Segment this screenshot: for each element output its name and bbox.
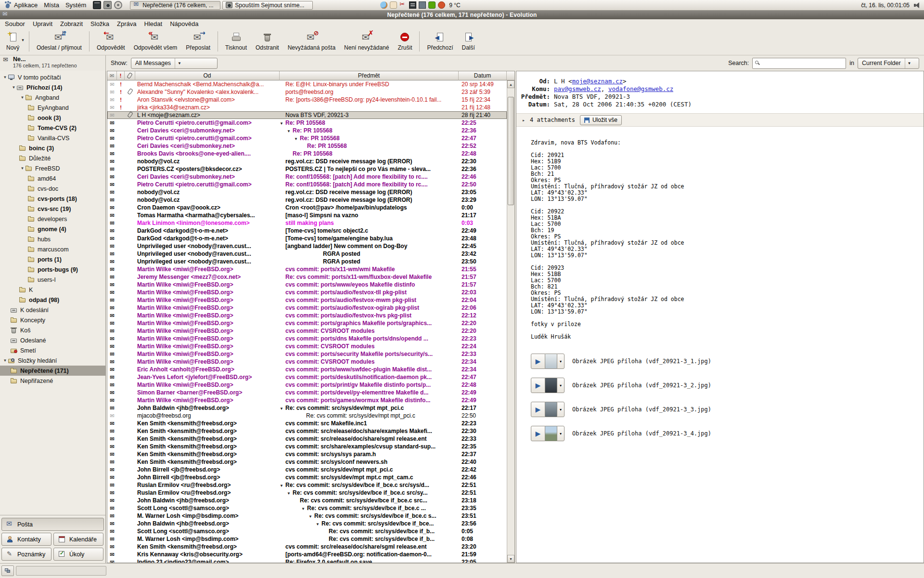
message-row[interactable]: ! M. Warner Losh <imp@bsdimp.com> ▼Re: c…	[107, 512, 507, 520]
thread-expander-icon[interactable]: ▼	[280, 407, 285, 411]
menu-item[interactable]: Zpráva	[113, 20, 140, 28]
message-row[interactable]: ! nobody@vol.cz ▼reg.vol.cz: DSD receive…	[107, 196, 507, 204]
switcher-tasks-button[interactable]: Úkoly	[53, 548, 103, 561]
email-link[interactable]: vodafone@gsmweb.cz	[608, 85, 673, 92]
message-row[interactable]: ! Martin Wilke <miwi@FreeBSD.org> ▼cvs c…	[107, 304, 507, 312]
green-status-icon[interactable]	[428, 1, 436, 9]
folder-item[interactable]: ▼ users-l	[0, 275, 105, 285]
display-icon[interactable]	[419, 1, 426, 9]
message-row[interactable]: ! Ken Smith <kensmith@freebsd.org> ▼cvs …	[107, 427, 507, 435]
message-row[interactable]: ! mjacob@freebsd.org ▼Re: cvs commit: sr…	[107, 412, 507, 420]
open-attachment-button[interactable]	[531, 378, 545, 393]
message-row[interactable]: ! Cron Daemon <pav@oook.cz> ▼Cron <root@…	[107, 204, 507, 211]
message-row[interactable]: ! Ken Smith <kensmith@freebsd.org> ▼cvs …	[107, 420, 507, 427]
attachment-thumbnail[interactable]	[545, 402, 557, 417]
attachment-menu-button[interactable]: ▾	[557, 402, 565, 417]
delete-button[interactable]: Odstranit	[251, 30, 283, 53]
message-row[interactable]: ! Scott Long <scottl@samsco.org> ▼Re: cv…	[107, 504, 507, 512]
message-row[interactable]: ! M. Warner Losh <imp@bsdimp.com> ▼Re: c…	[107, 535, 507, 543]
scrollbar-thumb[interactable]	[508, 97, 514, 205]
search-box[interactable]	[752, 58, 846, 69]
browser-icon[interactable]	[380, 1, 387, 9]
switcher-contacts-button[interactable]: Kontakty	[1, 533, 51, 546]
folder-item[interactable]: ▼ Angband	[0, 92, 105, 103]
attachment-thumbnail[interactable]	[545, 354, 557, 369]
camera-launcher-icon[interactable]	[103, 1, 112, 9]
message-row[interactable]: ! Jeremy Messenger <mezz7@cox.net> ▼Re: …	[107, 273, 507, 281]
message-row[interactable]: ! Martin Wilke <miwi@FreeBSD.org> ▼cvs c…	[107, 335, 507, 342]
folder-item[interactable]: ▼ FreeBSD	[0, 163, 105, 173]
message-row[interactable]: ! Tomas Harmatha <harmatha@cybersales...…	[107, 211, 507, 219]
tree-expander-icon[interactable]: ▼	[11, 85, 17, 90]
folder-item[interactable]: ▼ Smetí	[0, 345, 105, 355]
thread-expander-icon[interactable]: ▼	[287, 491, 293, 496]
taskbar-window-button[interactable]: Spouštím Sejmout sníme...	[222, 1, 313, 10]
junk-button[interactable]: Nevyžádaná pošta	[283, 30, 340, 53]
message-row[interactable]: ! Martin Wilke <miwi@FreeBSD.org> ▼cvs c…	[107, 312, 507, 319]
messenger-icon[interactable]	[390, 1, 397, 9]
message-row[interactable]: ! Scott Long <scottl@samsco.org> ▼Re: cv…	[107, 527, 507, 535]
menu-item[interactable]: Nápověda	[166, 20, 202, 28]
column-header-status[interactable]: ✉	[107, 71, 117, 80]
folder-item[interactable]: ▼ Koš	[0, 325, 105, 335]
message-row[interactable]: ! Martin Wilke <miwi@FreeBSD.org> ▼cvs c…	[107, 281, 507, 289]
taskbar-window-button[interactable]: Nepřečtené (176 celkem, ...	[130, 1, 220, 10]
message-row[interactable]: ! Ceri Davies <ceri@submonkey.net> ▼Re: …	[107, 142, 507, 150]
window-icon[interactable]	[2, 12, 9, 18]
save-all-button[interactable]: Uložit vše	[580, 115, 622, 125]
search-scope-combobox[interactable]: Current Folder ▼	[858, 58, 919, 69]
message-list-scrollbar[interactable]: ▲ ▼	[507, 80, 514, 563]
message-row[interactable]: ! nobody@vol.cz ▼reg.vol.cz: DSD receive…	[107, 158, 507, 165]
folder-item[interactable]: ▼ ports (1)	[0, 254, 105, 264]
column-header-from[interactable]: Od	[135, 71, 280, 80]
alert-icon[interactable]	[438, 1, 445, 9]
print-button[interactable]: Tisknout	[221, 30, 251, 53]
folder-title-bar[interactable]: Ne... 176 celkem, 171 nepřečteno	[0, 55, 106, 71]
attachment-menu-button[interactable]: ▾	[557, 426, 565, 441]
thread-expander-icon[interactable]: ▼	[316, 522, 321, 526]
message-row[interactable]: ! Ken Smith <kensmith@freebsd.org> ▼cvs …	[107, 543, 507, 551]
attachments-expander-icon[interactable]: ▸	[522, 118, 525, 123]
message-row[interactable]: ! Unprivileged user <nobody@raven.cust..…	[107, 258, 507, 265]
message-row[interactable]: ! Martin Wilke <miwi@FreeBSD.org> ▼cvs c…	[107, 296, 507, 304]
clock-applet[interactable]: čt, 16. lis, 00:01:05	[861, 2, 910, 9]
menu-item[interactable]: Hledat	[141, 20, 167, 28]
message-row[interactable]: ! Martin Wilke <miwi@FreeBSD.org> ▼cvs c…	[107, 381, 507, 389]
message-row[interactable]: ! Unprivileged user <nobody@raven.cust..…	[107, 250, 507, 258]
dropdown-arrow-icon[interactable]: ▾	[22, 38, 24, 42]
open-attachment-button[interactable]	[531, 426, 545, 441]
folder-item[interactable]: ▼ oook (3)	[0, 113, 105, 123]
folder-item[interactable]: ▼ marcuscom	[0, 244, 105, 254]
message-row[interactable]: ! Ruslan Ermilov <ru@freebsd.org> ▼Re: c…	[107, 489, 507, 497]
folder-item[interactable]: ▼ Příchozí (14)	[0, 82, 105, 92]
message-row[interactable]: ! John Baldwin <jhb@freebsd.org> ▼Re: cv…	[107, 404, 507, 412]
tree-expander-icon[interactable]: ▼	[2, 75, 8, 79]
message-row[interactable]: ! Unprivileged user <nobody@raven.cust..…	[107, 242, 507, 250]
switcher-memos-button[interactable]: Poznámky	[1, 548, 51, 561]
message-row[interactable]: ! Pietro Cerutti <pietro.cerutti@gmail.c…	[107, 134, 507, 142]
folder-item[interactable]: ▼ developers	[0, 214, 105, 224]
column-header-date[interactable]: Datum	[459, 71, 507, 80]
next-button[interactable]: Další	[458, 30, 479, 53]
folder-item[interactable]: ▼ amd64	[0, 173, 105, 184]
message-row[interactable]: ! Ceri Davies <ceri@submonkey.net> ▼Re: …	[107, 173, 507, 181]
online-status-button[interactable]	[1, 565, 14, 576]
message-row[interactable]: ! Martin Wilke <miwi@FreeBSD.org> ▼cvs c…	[107, 358, 507, 366]
switcher-mail-button[interactable]: Pošta	[1, 518, 104, 531]
folder-item[interactable]: ▼ Nepřečtené (171)	[0, 366, 105, 376]
message-row[interactable]: ! POSTERS.CZ <posters@bksdecor.cz> ▼POST…	[107, 165, 507, 173]
folder-item[interactable]: ▼ Odeslané	[0, 335, 105, 345]
message-row[interactable]: ! Ken Smith <kensmith@freebsd.org> ▼cvs …	[107, 435, 507, 443]
menu-item[interactable]: Složka	[87, 20, 113, 28]
new-button[interactable]: Nový	[2, 30, 24, 53]
message-row[interactable]: ! Ken Smith <kensmith@freebsd.org> ▼cvs …	[107, 443, 507, 450]
thread-expander-icon[interactable]: ▼	[280, 484, 285, 488]
window-titlebar[interactable]: Nepřečtené (176 celkem, 171 nepřečteno) …	[0, 11, 924, 19]
message-row[interactable]: ! Aron Stansvik <elvstone@gmail.com> ▼Re…	[107, 96, 507, 104]
message-row[interactable]: ! Martin Wilke <miwi@FreeBSD.org> ▼cvs c…	[107, 265, 507, 273]
message-row[interactable]: ! L H <moje@seznam.cz> ▼Nova BTS VDF, 20…	[107, 111, 507, 119]
message-row[interactable]: ! Simon Barner <barner@FreeBSD.org> ▼cvs…	[107, 389, 507, 396]
scroll-up-arrow[interactable]: ▲	[507, 80, 514, 88]
folder-item[interactable]: ▼ cvs-ports (18)	[0, 194, 105, 204]
attachment-thumbnail[interactable]	[545, 378, 557, 393]
